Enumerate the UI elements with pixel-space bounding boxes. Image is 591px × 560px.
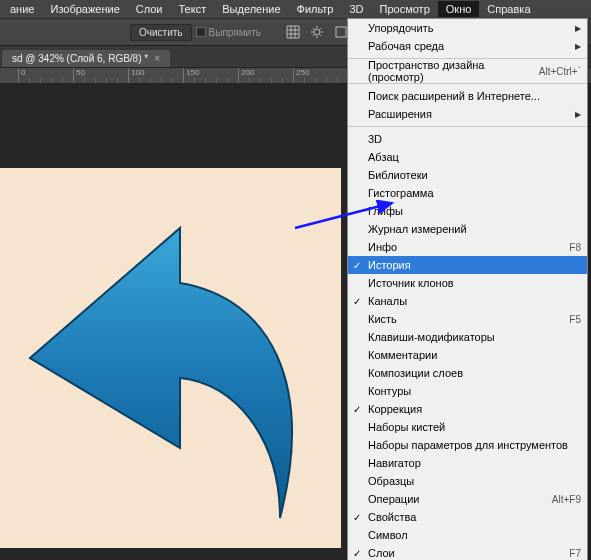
check-icon: ✓ [353,404,361,415]
arrow-shape [10,218,330,528]
menu-item-label: Наборы параметров для инструментов [368,439,568,451]
clear-button[interactable]: Очистить [130,24,192,41]
menu-item-label: Пространство дизайна (просмотр) [368,59,539,83]
menu-item-label: Рабочая среда [368,40,444,52]
menu-item-window[interactable]: Окно [438,1,480,17]
menu-item-label: Абзац [368,151,399,163]
menu-item[interactable]: Гистограмма [348,184,587,202]
menu-item-label: Образцы [368,475,414,487]
menu-shortcut: F8 [569,242,581,253]
menu-item-label: Библиотеки [368,169,428,181]
align-label: Выпрямить [209,27,261,38]
menu-item-label: Поиск расширений в Интернете... [368,90,540,102]
menu-item-label: Свойства [368,511,416,523]
svg-point-0 [314,29,320,35]
tab-title: sd @ 342% (Слой 6, RGB/8) * [12,53,148,64]
menu-item-label: Кисть [368,313,397,325]
menu-item-label: История [368,259,411,271]
menu-item-label: Расширения [368,108,432,120]
submenu-arrow-icon: ▶ [575,110,581,119]
menu-item[interactable]: ✓Коррекция [348,400,587,418]
menu-item[interactable]: ✓История [348,256,587,274]
menu-shortcut: Alt+F9 [552,494,581,505]
align-checkbox[interactable]: Выпрямить [196,27,261,38]
menu-item[interactable]: Клавиши-модификаторы [348,328,587,346]
menu-item-label: Упорядочить [368,22,433,34]
menu-item[interactable]: Наборы кистей [348,418,587,436]
menu-item[interactable]: КистьF5 [348,310,587,328]
menu-separator [348,83,587,84]
menu-item[interactable]: Рабочая среда▶ [348,37,587,55]
submenu-arrow-icon: ▶ [575,24,581,33]
menu-item-label: Коррекция [368,403,422,415]
menu-item-label: Операции [368,493,419,505]
ruler-tick: 150 [183,68,199,84]
menu-item[interactable]: Наборы параметров для инструментов [348,436,587,454]
menu-item[interactable]: ✓Каналы [348,292,587,310]
menu-item[interactable]: Символ [348,526,587,544]
menu-item-label: Гистограмма [368,187,434,199]
menu-item-label: Инфо [368,241,397,253]
menu-item[interactable]: Источник клонов [348,274,587,292]
menu-item[interactable]: Журнал измерений [348,220,587,238]
menu-item[interactable]: Композиции слоев [348,364,587,382]
artboard [0,168,341,548]
menu-item-3d[interactable]: 3D [341,1,371,17]
menu-item-text[interactable]: Текст [171,1,215,17]
menu-item-select[interactable]: Выделение [214,1,288,17]
menu-item[interactable]: Библиотеки [348,166,587,184]
check-icon: ✓ [353,512,361,523]
ruler-tick: 100 [128,68,144,84]
menu-item-help[interactable]: Справка [479,1,538,17]
submenu-arrow-icon: ▶ [575,42,581,51]
menu-item[interactable]: ✓СлоиF7 [348,544,587,560]
menu-item-label: Символ [368,529,408,541]
close-icon[interactable]: × [154,53,160,64]
check-icon: ✓ [353,260,361,271]
menu-item[interactable]: ОперацииAlt+F9 [348,490,587,508]
menu-item[interactable]: Расширения▶ [348,105,587,123]
gear-icon[interactable] [307,22,327,42]
grid-icon[interactable] [283,22,303,42]
menu-item-label: Журнал измерений [368,223,467,235]
menu-item-label: Глифы [368,205,403,217]
menu-item-image[interactable]: Изображение [42,1,127,17]
menu-item-label: Источник клонов [368,277,454,289]
menu-item[interactable]: Комментарии [348,346,587,364]
menu-item-label: Комментарии [368,349,437,361]
menu-item[interactable]: Контуры [348,382,587,400]
menu-item-label: 3D [368,133,382,145]
window-menu-dropdown: Упорядочить▶Рабочая среда▶Пространство д… [347,18,588,560]
menu-item[interactable]: Упорядочить▶ [348,19,587,37]
menu-shortcut: F7 [569,548,581,559]
check-icon: ✓ [353,296,361,307]
menu-item-filter[interactable]: Фильтр [289,1,342,17]
ruler-tick: 200 [238,68,254,84]
menu-item[interactable]: ✓Свойства [348,508,587,526]
menu-item[interactable]: Абзац [348,148,587,166]
menu-item-edit[interactable]: ание [2,1,42,17]
menu-item-label: Каналы [368,295,407,307]
menu-item[interactable]: Пространство дизайна (просмотр)Alt+Ctrl+… [348,62,587,80]
check-icon: ✓ [353,548,361,559]
menu-item[interactable]: Образцы [348,472,587,490]
menu-item-label: Наборы кистей [368,421,445,433]
menu-item-label: Клавиши-модификаторы [368,331,495,343]
menu-item[interactable]: Глифы [348,202,587,220]
menu-item-view[interactable]: Просмотр [372,1,438,17]
document-tab[interactable]: sd @ 342% (Слой 6, RGB/8) * × [2,50,170,67]
menu-item[interactable]: Навигатор [348,454,587,472]
menu-separator [348,126,587,127]
menu-item[interactable]: Поиск расширений в Интернете... [348,87,587,105]
menu-shortcut: Alt+Ctrl+` [539,66,581,77]
menu-item-layers[interactable]: Слои [128,1,171,17]
menu-item[interactable]: 3D [348,130,587,148]
ruler-tick: 250 [293,68,309,84]
menu-item[interactable]: ИнфоF8 [348,238,587,256]
menu-item-label: Навигатор [368,457,421,469]
menubar: ание Изображение Слои Текст Выделение Фи… [0,0,591,18]
ruler-tick: 0 [18,68,25,84]
menu-item-label: Контуры [368,385,411,397]
svg-rect-1 [336,27,346,37]
menu-shortcut: F5 [569,314,581,325]
